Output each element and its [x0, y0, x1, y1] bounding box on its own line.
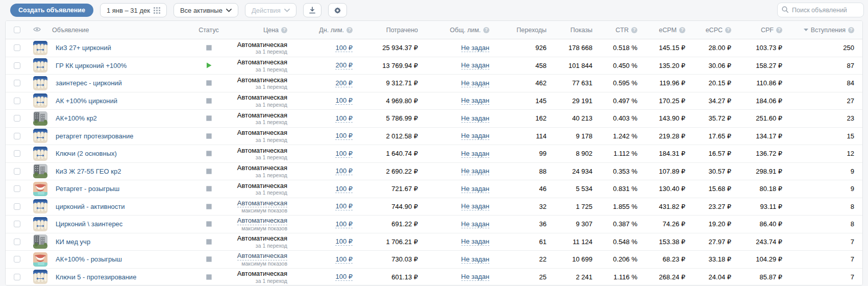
day-limit-link[interactable]: 100 ₽ — [335, 132, 353, 140]
ad-name-link[interactable]: Ретаргет - розыгрыш — [56, 185, 119, 193]
header-ecpm[interactable]: eCPM — [644, 27, 692, 34]
day-limit-link[interactable]: 100 ₽ — [335, 44, 353, 52]
row-checkbox[interactable] — [14, 44, 20, 51]
search-input[interactable] — [792, 7, 859, 14]
row-checkbox[interactable] — [14, 80, 20, 86]
ad-name-link[interactable]: ретаргет протезирование — [56, 132, 133, 140]
ad-thumbnail[interactable] — [33, 147, 47, 161]
day-limit-link[interactable]: 100 ₽ — [335, 167, 353, 175]
create-ad-button[interactable]: Создать объявление — [10, 4, 93, 17]
total-limit-link[interactable]: Не задан — [461, 202, 489, 210]
help-icon[interactable] — [483, 27, 489, 33]
day-limit-link[interactable]: 100 ₽ — [335, 237, 353, 246]
ad-thumbnail[interactable] — [33, 199, 47, 213]
total-limit-link[interactable]: Не задан — [461, 220, 489, 228]
row-checkbox[interactable] — [14, 98, 20, 104]
ad-thumbnail[interactable] — [33, 58, 47, 73]
help-icon[interactable] — [281, 27, 287, 33]
ad-name-link[interactable]: цирконий - активности — [56, 203, 125, 210]
help-icon[interactable] — [776, 27, 782, 33]
ad-name-link[interactable]: ГР КК цирконий +100% — [56, 62, 127, 69]
header-spent[interactable]: Потрачено — [360, 27, 425, 34]
help-icon[interactable] — [631, 27, 637, 33]
ad-thumbnail[interactable] — [33, 217, 47, 231]
day-limit-link[interactable]: 100 ₽ — [335, 97, 353, 105]
day-limit-link[interactable]: 100 ₽ — [335, 185, 353, 193]
row-checkbox[interactable] — [14, 221, 20, 227]
export-button[interactable] — [303, 3, 321, 17]
ad-thumbnail[interactable] — [33, 129, 47, 143]
price-type[interactable]: Автоматическая — [237, 199, 287, 208]
total-limit-link[interactable]: Не задан — [461, 185, 489, 193]
ad-name-link[interactable]: заинтерес - цирконий — [56, 79, 122, 87]
help-icon[interactable] — [346, 27, 353, 33]
ad-thumbnail[interactable] — [33, 164, 47, 178]
day-limit-link[interactable]: 100 ₽ — [335, 150, 353, 158]
ad-thumbnail[interactable] — [33, 111, 47, 126]
header-day-limit[interactable]: Дн. лим. — [294, 27, 360, 34]
row-checkbox[interactable] — [14, 256, 20, 263]
header-ecpc[interactable]: eCPC — [692, 27, 738, 34]
total-limit-link[interactable]: Не задан — [461, 237, 489, 246]
header-cpf[interactable]: CPF — [738, 27, 789, 34]
ad-thumbnail[interactable] — [33, 234, 47, 249]
day-limit-link[interactable]: 100 ₽ — [335, 273, 353, 281]
ad-thumbnail[interactable] — [33, 76, 47, 90]
day-limit-link[interactable]: 100 ₽ — [335, 114, 353, 123]
row-checkbox[interactable] — [14, 115, 20, 122]
header-joins[interactable]: Вступления — [789, 27, 862, 34]
search-box[interactable] — [777, 3, 864, 17]
total-limit-link[interactable]: Не задан — [461, 79, 489, 87]
total-limit-link[interactable]: Не задан — [461, 132, 489, 140]
total-limit-link[interactable]: Не задан — [461, 273, 489, 281]
total-limit-link[interactable]: Не задан — [461, 150, 489, 158]
status-filter-dropdown[interactable]: Все активные — [173, 3, 238, 17]
day-limit-link[interactable]: 200 ₽ — [335, 79, 353, 87]
ad-thumbnail[interactable] — [33, 252, 47, 267]
day-limit-link[interactable]: 100 ₽ — [335, 202, 353, 210]
price-type[interactable]: Автоматическая — [237, 252, 287, 260]
row-checkbox[interactable] — [14, 62, 20, 69]
ad-thumbnail[interactable] — [33, 270, 47, 284]
help-icon[interactable] — [679, 27, 685, 33]
ad-name-link[interactable]: КИ мед учр — [56, 238, 90, 246]
day-limit-link[interactable]: 200 ₽ — [335, 61, 353, 69]
settings-button[interactable] — [328, 3, 347, 17]
row-checkbox[interactable] — [14, 239, 20, 245]
ad-thumbnail[interactable] — [33, 93, 47, 108]
ad-name-link[interactable]: АК+100% - розыгрыш — [56, 255, 122, 263]
date-range-button[interactable]: 1 янв – 31 дек — [100, 3, 167, 17]
header-price[interactable]: Цена — [234, 27, 294, 34]
row-checkbox[interactable] — [14, 133, 20, 139]
ad-name-link[interactable]: АК +100% цирконий — [56, 97, 117, 105]
row-checkbox[interactable] — [14, 168, 20, 175]
header-impressions[interactable]: Показы — [554, 27, 600, 34]
ad-name-link[interactable]: КиЗ Ж 27-55 ГЕО кр2 — [56, 168, 121, 175]
ad-name-link[interactable]: Ключи (2 основных) — [56, 150, 117, 157]
total-limit-link[interactable]: Не задан — [461, 61, 489, 69]
total-limit-link[interactable]: Не задан — [461, 255, 489, 264]
header-clicks[interactable]: Переходы — [497, 27, 554, 34]
row-checkbox[interactable] — [14, 150, 20, 157]
row-checkbox[interactable] — [14, 203, 20, 210]
day-limit-link[interactable]: 100 ₽ — [335, 255, 353, 264]
total-limit-link[interactable]: Не задан — [461, 44, 489, 52]
row-checkbox[interactable] — [14, 274, 20, 280]
help-icon[interactable] — [848, 27, 854, 33]
price-type[interactable]: Автоматическая — [237, 217, 287, 225]
header-total-limit[interactable]: Общ. лим. — [425, 27, 497, 34]
ad-name-link[interactable]: Ключи 5 - протезирование — [56, 273, 136, 281]
ad-name-link[interactable]: АК+100% кр2 — [56, 114, 97, 122]
select-all-checkbox[interactable] — [14, 27, 20, 33]
total-limit-link[interactable]: Не задан — [461, 114, 489, 123]
header-ctr[interactable]: CTR — [600, 27, 644, 34]
ad-thumbnail[interactable] — [33, 41, 47, 55]
ad-name-link[interactable]: Цирконий \ заинтерес — [56, 220, 122, 228]
day-limit-link[interactable]: 100 ₽ — [335, 220, 353, 228]
ad-thumbnail[interactable] — [33, 182, 47, 196]
total-limit-link[interactable]: Не задан — [461, 97, 489, 105]
help-icon[interactable] — [725, 27, 731, 33]
row-checkbox[interactable] — [14, 185, 20, 192]
total-limit-link[interactable]: Не задан — [461, 167, 489, 175]
ad-name-link[interactable]: КиЗ 27+ цирконий — [56, 44, 111, 52]
